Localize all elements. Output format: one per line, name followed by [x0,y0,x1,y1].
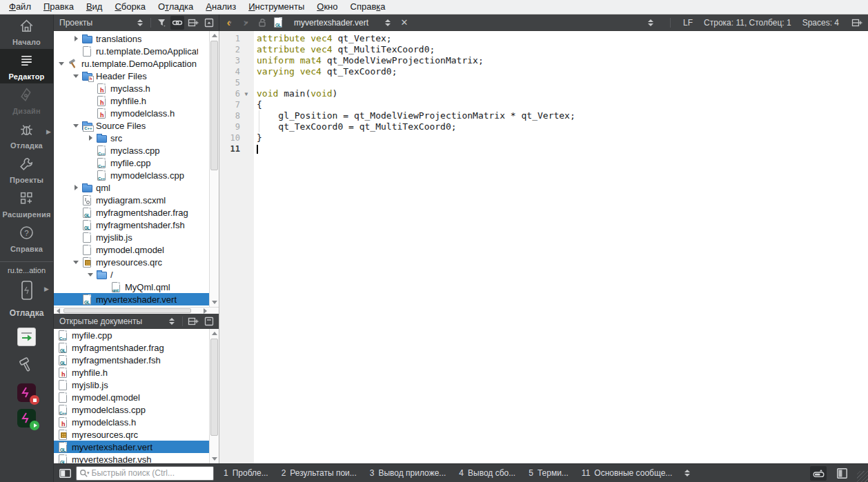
editor-code-area[interactable]: attribute vec4 qt_Vertex;attribute vec4 … [254,31,868,463]
tree-row[interactable]: C++mymodelclass.cpp [54,169,209,181]
indentation-indicator[interactable]: Spaces: 4 [802,18,839,28]
scroll-up-icon[interactable] [210,31,219,40]
mode-item-help[interactable]: ?Справка [0,221,53,256]
menu-item-Инструменты[interactable]: Инструменты [242,1,310,13]
search-input[interactable] [92,468,210,478]
tree-row[interactable]: translations [54,32,209,45]
tree-row[interactable]: mymodel.qmodel [54,243,209,256]
code-editor[interactable]: 123456▼7891011 attribute vec4 qt_Vertex;… [219,31,868,463]
scrollbar-thumb[interactable] [63,308,191,313]
open-document-row[interactable]: C++mymodelclass.cpp [54,403,209,416]
tree-row[interactable]: C++myfile.cpp [54,157,209,169]
menu-item-Окно[interactable]: Окно [310,1,344,13]
menu-item-Отладка[interactable]: Отладка [152,1,199,13]
tree-row[interactable]: myresources.qrc [54,256,209,268]
output-pane-button[interactable]: 4Вывод сбо... [459,468,515,478]
tree-row[interactable]: GLmyfragmentshader.frag [54,206,209,219]
expand-open-icon[interactable] [71,74,81,78]
minimize-panel-icon[interactable] [202,314,216,328]
split-panel-icon[interactable] [186,16,200,30]
filter-icon[interactable] [155,16,168,30]
tree-row[interactable]: C++myclass.cpp [54,144,209,157]
tree-row[interactable]: hHeader Files [54,70,209,82]
mode-item-wrench[interactable]: Проекты [0,152,53,187]
output-pane-arrows-icon[interactable] [680,466,694,480]
open-document-row[interactable]: GLmyfragmentshader.fsh [54,354,209,366]
scroll-left-icon[interactable] [54,308,62,314]
expand-closed-icon[interactable] [71,185,81,190]
tree-row[interactable]: ru.template.DemoApplication [54,57,209,70]
run-button[interactable] [0,328,53,346]
mode-item-edit[interactable]: Редактор [0,49,53,83]
open-document-row[interactable]: myjslib.js [54,379,209,391]
stop-application-button[interactable] [0,383,53,402]
output-pane-button[interactable]: 2Результаты пои... [282,468,357,478]
menu-item-Вид[interactable]: Вид [80,1,109,13]
scrollbar-thumb[interactable] [210,41,218,170]
tree-row[interactable]: hmyclass.h [54,82,209,94]
panel-selector-arrows-icon[interactable] [165,314,179,328]
output-pane-button[interactable]: 5Терми... [529,468,569,478]
expand-closed-icon[interactable] [71,36,81,41]
expand-open-icon[interactable] [57,62,66,66]
tree-row[interactable]: qml [54,181,209,194]
expand-closed-icon[interactable] [86,135,95,141]
tree-row[interactable]: ru.template.DemoApplicat [54,45,209,57]
output-pane-button[interactable]: 11Основные сообще... [582,468,673,478]
tree-row[interactable]: GLmyfragmentshader.fsh [54,219,209,231]
toggle-left-sidebar-icon[interactable] [57,466,73,481]
scrollbar-thumb[interactable] [210,339,218,436]
expand-open-icon[interactable] [86,273,95,277]
expand-open-icon[interactable] [71,261,81,264]
tree-row[interactable]: qmlMyQml.qml [54,281,209,293]
open-document-row[interactable]: myresources.qrc [54,428,209,441]
window-resize-grip[interactable] [857,471,868,482]
scroll-right-icon[interactable] [201,308,209,314]
tree-row[interactable]: src [54,132,209,144]
go-back-button[interactable]: ‹▾ [222,16,236,30]
tree-row[interactable]: hmymodelclass.h [54,107,209,119]
mode-expand-arrow-icon[interactable]: ▶ [46,128,51,135]
tree-row[interactable]: mydiagram.scxml [54,194,209,206]
tree-row[interactable]: / [54,268,209,281]
locator-search[interactable]: ▾ [76,466,214,481]
kit-expand-arrow-icon[interactable]: ▶ [44,285,49,292]
run-application-button[interactable] [0,409,53,428]
mode-item-home[interactable]: Начало [0,14,53,49]
split-panel-icon[interactable] [186,314,200,328]
menu-item-Справка[interactable]: Справка [344,1,392,13]
go-forward-button[interactable]: ›▾ [239,16,253,30]
output-pane-button[interactable]: 3Вывод приложе... [370,468,446,478]
split-editor-icon[interactable] [850,16,864,30]
open-document-row[interactable]: GLmyvertexshader.vert [54,441,209,453]
kit-selector-button[interactable]: ▶ [0,279,53,305]
sync-with-editor-icon[interactable] [170,16,184,30]
open-document-row[interactable]: GLmyfragmentshader.frag [54,341,209,354]
toolbar-combo-arrows-icon[interactable] [644,16,658,30]
toggle-right-sidebar-icon[interactable] [834,466,850,481]
menu-item-Файл[interactable]: Файл [3,1,37,13]
mode-item-debug[interactable]: Отладка▶ [0,118,53,152]
menu-item-Сборка[interactable]: Сборка [108,1,152,13]
build-button[interactable] [0,356,53,374]
tree-row[interactable]: hmyhfile.h [54,94,209,107]
tree-row[interactable]: GLmyvertexshader.vert [54,293,209,305]
mode-item-extensions[interactable]: Расширения [0,187,53,221]
open-document-row[interactable]: GLmyvertexshader.vsh [54,453,209,463]
open-document-row[interactable]: C++myfile.cpp [54,329,209,341]
scroll-down-icon[interactable] [210,454,219,463]
menu-item-Правка[interactable]: Правка [37,1,80,13]
close-panel-icon[interactable] [202,16,216,30]
tree-row[interactable]: myjslib.js [54,231,209,243]
documents-vertical-scrollbar[interactable] [209,329,219,463]
build-progress-icon[interactable] [810,466,827,481]
scroll-down-icon[interactable] [210,298,219,307]
output-pane-button[interactable]: 1Пробле... [224,468,268,478]
scroll-up-icon[interactable] [210,329,219,338]
tree-row[interactable]: C++Source Files [54,119,209,132]
fold-marker-icon[interactable]: ▼ [240,91,253,97]
current-document-name[interactable]: myvertexshader.vert [294,18,368,28]
open-document-row[interactable]: hmymodelclass.h [54,416,209,428]
open-document-row[interactable]: hmyhfile.h [54,366,209,379]
expand-open-icon[interactable] [71,124,81,128]
